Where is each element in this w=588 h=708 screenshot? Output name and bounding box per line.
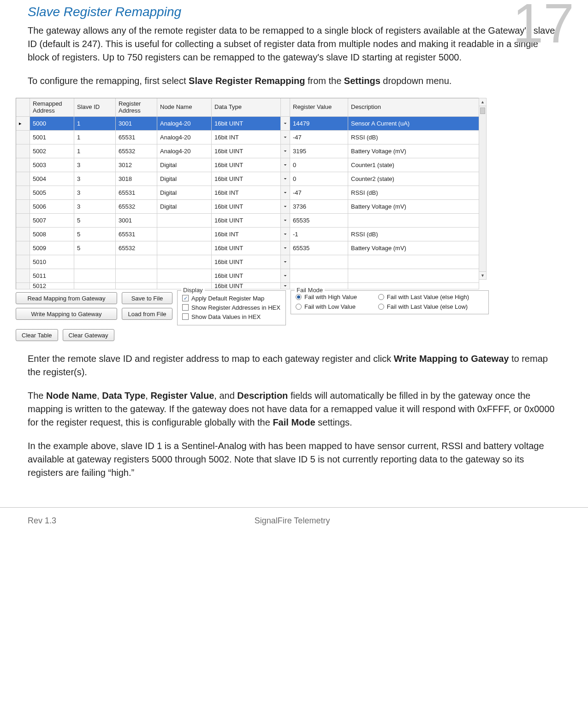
apply-default-map-checkbox[interactable]: ✓ [182,295,189,301]
slave-id-cell[interactable]: 1 [74,131,116,144]
register-address-cell[interactable]: 65532 [116,200,157,214]
node-name-cell[interactable]: Digital [157,200,212,214]
write-mapping-button[interactable]: Write Mapping to Gateway [16,308,117,320]
data-type-cell[interactable]: 16bit INT [212,131,281,144]
remapped-address-cell[interactable]: 5005 [30,186,74,200]
description-cell[interactable]: Counter1 (state) [348,158,479,172]
clear-gateway-button[interactable]: Clear Gateway [63,329,114,341]
data-type-dropdown-icon[interactable] [281,255,290,269]
register-value-cell[interactable]: 3195 [290,144,348,158]
data-type-cell[interactable]: 16bit INT [212,228,281,241]
failmode-option[interactable]: Fail with Last Value (else Low) [378,303,484,310]
data-type-cell[interactable]: 16bit UINT [212,172,281,186]
failmode-option[interactable]: Fail with Last Value (else High) [378,294,484,300]
description-cell[interactable] [348,269,479,283]
slave-id-cell[interactable]: 1 [74,117,116,131]
data-type-cell[interactable]: 16bit UINT [212,144,281,158]
slave-id-cell[interactable] [74,255,116,269]
node-name-cell[interactable]: Digital [157,186,212,200]
register-address-cell[interactable]: 65532 [116,144,157,158]
register-address-cell[interactable]: 65531 [116,228,157,241]
data-type-cell[interactable]: 16bit UINT [212,255,281,269]
remapped-address-cell[interactable]: 5003 [30,158,74,172]
radio-icon[interactable] [378,294,384,300]
node-name-cell[interactable]: Analog4-20 [157,117,212,131]
register-address-cell[interactable]: 3001 [116,214,157,228]
remapped-address-cell[interactable]: 5008 [30,228,74,241]
remapped-address-cell[interactable]: 5002 [30,144,74,158]
data-type-dropdown-icon[interactable] [281,269,290,283]
register-address-cell[interactable]: 65532 [116,241,157,255]
register-value-cell[interactable]: -47 [290,186,348,200]
show-data-hex-checkbox[interactable] [182,313,189,320]
read-mapping-button[interactable]: Read Mapping from Gateway [16,292,117,304]
show-reg-hex-checkbox[interactable] [182,304,189,311]
node-name-cell[interactable]: Digital [157,172,212,186]
description-cell[interactable]: Battery Voltage (mV) [348,241,479,255]
data-type-cell[interactable]: 16bit UINT [212,200,281,214]
register-value-cell[interactable]: 3736 [290,200,348,214]
data-type-dropdown-icon[interactable] [281,214,290,228]
data-type-cell[interactable]: 16bit UINT [212,158,281,172]
data-type-dropdown-icon[interactable] [281,228,290,241]
remapped-address-cell[interactable]: 5007 [30,214,74,228]
data-type-dropdown-icon[interactable] [281,144,290,158]
slave-id-cell[interactable] [74,269,116,283]
slave-id-cell[interactable]: 3 [74,172,116,186]
slave-id-cell[interactable]: 3 [74,200,116,214]
remap-table[interactable]: Remapped AddressSlave IDRegister Address… [16,98,479,289]
slave-id-cell[interactable]: 5 [74,241,116,255]
register-value-cell[interactable]: 0 [290,172,348,186]
description-cell[interactable] [348,214,479,228]
scroll-down-icon[interactable]: ▼ [479,271,486,279]
node-name-cell[interactable] [157,255,212,269]
register-value-cell[interactable]: 0 [290,158,348,172]
remapped-address-cell[interactable]: 5004 [30,172,74,186]
register-address-cell[interactable]: 65531 [116,131,157,144]
data-type-cell[interactable]: 16bit INT [212,186,281,200]
node-name-cell[interactable]: Analog4-20 [157,131,212,144]
data-type-dropdown-icon[interactable] [281,186,290,200]
radio-icon[interactable] [296,304,302,310]
node-name-cell[interactable] [157,269,212,283]
remapped-address-cell[interactable]: 5001 [30,131,74,144]
description-cell[interactable]: Battery Voltage (mV) [348,144,479,158]
radio-icon[interactable] [378,304,384,310]
description-cell[interactable] [348,255,479,269]
node-name-cell[interactable] [157,241,212,255]
description-cell[interactable]: Sensor A Current (uA) [348,117,479,131]
scroll-thumb[interactable] [480,108,485,114]
radio-icon[interactable] [296,294,302,300]
node-name-cell[interactable]: Analog4-20 [157,144,212,158]
register-value-cell[interactable]: -47 [290,131,348,144]
clear-table-button[interactable]: Clear Table [16,329,58,341]
register-address-cell[interactable]: 3012 [116,158,157,172]
data-type-cell[interactable]: 16bit UINT [212,241,281,255]
load-from-file-button[interactable]: Load from File [122,308,172,320]
data-type-dropdown-icon[interactable] [281,200,290,214]
data-type-cell[interactable]: 16bit UINT [212,117,281,131]
register-value-cell[interactable] [290,255,348,269]
remapped-address-cell[interactable]: 5009 [30,241,74,255]
register-address-cell[interactable] [116,269,157,283]
description-cell[interactable]: RSSI (dB) [348,186,479,200]
node-name-cell[interactable] [157,228,212,241]
failmode-option[interactable]: Fail with High Value [296,294,372,300]
data-type-dropdown-icon[interactable] [281,131,290,144]
slave-id-cell[interactable]: 3 [74,158,116,172]
description-cell[interactable]: Battery Voltage (mV) [348,200,479,214]
save-to-file-button[interactable]: Save to File [122,292,172,304]
remapped-address-cell[interactable]: 5006 [30,200,74,214]
data-type-dropdown-icon[interactable] [281,158,290,172]
vertical-scrollbar[interactable]: ▲ ▼ [479,98,487,280]
slave-id-cell[interactable]: 5 [74,228,116,241]
register-value-cell[interactable]: 65535 [290,214,348,228]
data-type-dropdown-icon[interactable] [281,241,290,255]
data-type-dropdown-icon[interactable] [281,172,290,186]
data-type-cell[interactable]: 16bit UINT [212,269,281,283]
slave-id-cell[interactable]: 3 [74,186,116,200]
remapped-address-cell[interactable]: 5000 [30,117,74,131]
data-type-dropdown-icon[interactable] [281,117,290,131]
register-address-cell[interactable]: 65531 [116,186,157,200]
register-address-cell[interactable]: 3018 [116,172,157,186]
